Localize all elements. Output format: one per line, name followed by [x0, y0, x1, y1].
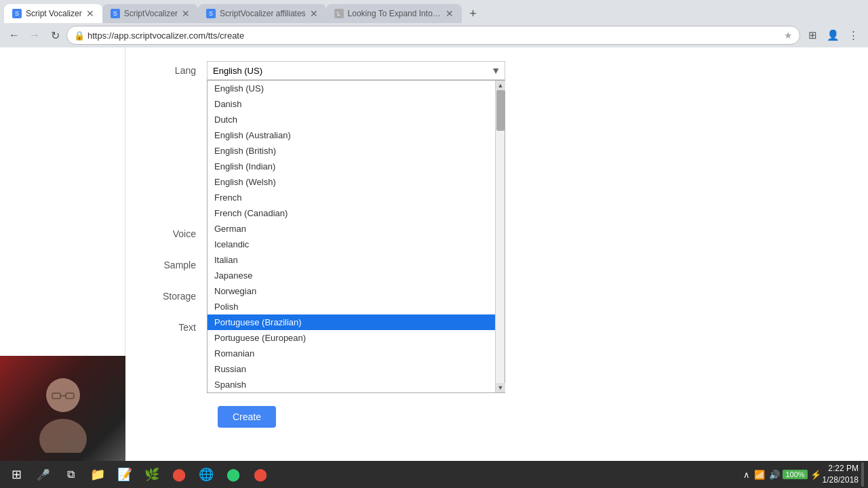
language-dropdown[interactable]: English (US) Danish Dutch English (Austr… — [207, 80, 505, 393]
battery-status[interactable]: 100% — [783, 470, 807, 479]
taskbar-app3[interactable]: ⬤ — [221, 462, 245, 487]
option-japanese[interactable]: Japanese — [208, 268, 495, 283]
taskbar-start[interactable]: ⊞ — [4, 462, 28, 487]
taskbar-chrome[interactable]: 🌐 — [194, 462, 218, 487]
scroll-down-arrow-icon[interactable]: ▼ — [496, 383, 505, 392]
tab-title-3: ScriptVocalizer affiliates — [220, 9, 306, 18]
forward-button[interactable]: → — [26, 26, 43, 44]
speaker-icon[interactable]: 🔊 — [768, 470, 781, 480]
taskbar-search[interactable]: 🎤 — [31, 462, 56, 487]
more-icon[interactable]: ⋮ — [844, 26, 863, 45]
option-norwegian[interactable]: Norwegian — [208, 283, 495, 299]
tab-close-3[interactable]: ✕ — [310, 9, 318, 18]
tab-title-1: Script Vocalizer — [26, 9, 82, 18]
main-form-area: Lang English (US) ▼ English (US) Danish … — [125, 47, 868, 461]
profile-icon[interactable]: 👤 — [823, 26, 842, 45]
option-spanish[interactable]: Spanish — [208, 377, 495, 392]
voice-label: Voice — [153, 224, 207, 239]
sidebar — [0, 47, 125, 461]
taskbar-clock[interactable]: 2:22 PM 1/28/2018 — [823, 463, 859, 486]
webcam-thumbnail — [0, 356, 125, 461]
system-tray: ∧ 📶 🔊 100% ⚡ — [742, 470, 822, 480]
option-russian[interactable]: Russian — [208, 361, 495, 377]
lang-row: Lang English (US) ▼ English (US) Danish … — [153, 61, 841, 80]
clock-date: 1/28/2018 — [823, 474, 859, 486]
show-desktop-button[interactable] — [861, 462, 864, 487]
option-polish[interactable]: Polish — [208, 299, 495, 314]
tab-favicon-4: L — [334, 9, 344, 18]
tab-close-1[interactable]: ✕ — [86, 9, 94, 18]
tab-favicon-1: S — [12, 9, 22, 18]
scroll-up-arrow-icon[interactable]: ▲ — [496, 81, 505, 90]
option-danish[interactable]: Danish — [208, 96, 495, 112]
option-french[interactable]: French — [208, 190, 495, 205]
taskbar-notes[interactable]: 📝 — [113, 462, 137, 487]
option-english-us[interactable]: English (US) — [208, 81, 495, 96]
tab-3[interactable]: S ScriptVocalizer affiliates ✕ — [198, 4, 326, 23]
create-button-row: Create — [218, 406, 841, 428]
option-english-cy[interactable]: English (Welsh) — [208, 174, 495, 190]
option-portuguese-br[interactable]: Portuguese (Brazilian) — [208, 314, 495, 330]
storage-label: Storage — [153, 287, 207, 302]
dropdown-scrollbar[interactable]: ▲ ▼ — [495, 81, 505, 392]
taskbar-app2[interactable]: ⬤ — [167, 462, 191, 487]
webcam-person — [0, 356, 125, 461]
taskbar-app4[interactable]: ⬤ — [248, 462, 273, 487]
dropdown-list: English (US) Danish Dutch English (Austr… — [208, 81, 495, 392]
text-label: Text — [153, 318, 207, 333]
address-bar: ← → ↻ 🔒 https://app.scriptvocalizer.com/… — [0, 23, 868, 47]
tab-close-2[interactable]: ✕ — [182, 9, 190, 18]
option-icelandic[interactable]: Icelandic — [208, 237, 495, 252]
option-french-ca[interactable]: French (Canadian) — [208, 205, 495, 221]
tab-favicon-2: S — [111, 9, 120, 18]
extensions-icon[interactable]: ⊞ — [803, 26, 822, 45]
lang-select-value: English (US) — [213, 66, 262, 76]
option-english-au[interactable]: English (Australian) — [208, 127, 495, 143]
power-icon[interactable]: ⚡ — [809, 470, 823, 480]
chevron-up-icon[interactable]: ∧ — [742, 470, 751, 480]
option-italian[interactable]: Italian — [208, 252, 495, 268]
page-content: Lang English (US) ▼ English (US) Danish … — [0, 47, 868, 461]
option-portuguese-eu[interactable]: Portuguese (European) — [208, 330, 495, 346]
clock-time: 2:22 PM — [823, 463, 859, 474]
option-english-in[interactable]: English (Indian) — [208, 159, 495, 174]
url-text: https://app.scriptvocalizer.com/tts/crea… — [87, 30, 244, 41]
taskbar-app1[interactable]: 🌿 — [140, 462, 164, 487]
lang-select-arrow-icon: ▼ — [491, 65, 500, 76]
tab-title-4: Looking To Expand Into Web Ma... — [348, 9, 441, 18]
url-bar[interactable]: 🔒 https://app.scriptvocalizer.com/tts/cr… — [66, 26, 800, 45]
lang-select[interactable]: English (US) ▼ — [207, 61, 505, 80]
tab-favicon-3: S — [206, 9, 216, 18]
toolbar-icons: ⊞ 👤 ⋮ — [803, 26, 863, 45]
tab-1[interactable]: S Script Vocalizer ✕ — [4, 4, 102, 23]
svg-point-1 — [39, 419, 87, 453]
option-romanian[interactable]: Romanian — [208, 346, 495, 361]
tab-title-2: ScriptVocalizer — [124, 9, 178, 18]
scrollbar-thumb[interactable] — [496, 90, 505, 131]
option-dutch[interactable]: Dutch — [208, 112, 495, 127]
sample-label: Sample — [153, 256, 207, 270]
tab-close-4[interactable]: ✕ — [446, 9, 454, 18]
create-button[interactable]: Create — [218, 406, 276, 428]
lang-select-wrapper: English (US) ▼ — [207, 61, 505, 80]
tab-2[interactable]: S ScriptVocalizer ✕ — [102, 4, 198, 23]
lang-label: Lang — [153, 61, 207, 76]
browser-chrome: S Script Vocalizer ✕ S ScriptVocalizer ✕… — [0, 0, 868, 47]
option-english-gb[interactable]: English (British) — [208, 143, 495, 159]
lang-control: English (US) ▼ English (US) Danish Dutch… — [207, 61, 505, 80]
taskbar-files[interactable]: 📁 — [85, 462, 110, 487]
tab-4[interactable]: L Looking To Expand Into Web Ma... ✕ — [326, 4, 462, 23]
taskbar: ⊞ 🎤 ⧉ 📁 📝 🌿 ⬤ 🌐 ⬤ ⬤ ∧ 📶 🔊 100% ⚡ 2:22 PM… — [0, 461, 868, 488]
network-icon[interactable]: 📶 — [753, 470, 766, 480]
reload-button[interactable]: ↻ — [46, 26, 64, 44]
back-button[interactable]: ← — [5, 26, 23, 44]
svg-point-0 — [46, 378, 80, 412]
new-tab-button[interactable]: + — [465, 5, 482, 22]
taskbar-task-view[interactable]: ⧉ — [58, 462, 83, 487]
option-german[interactable]: German — [208, 221, 495, 237]
tab-bar: S Script Vocalizer ✕ S ScriptVocalizer ✕… — [0, 0, 868, 23]
